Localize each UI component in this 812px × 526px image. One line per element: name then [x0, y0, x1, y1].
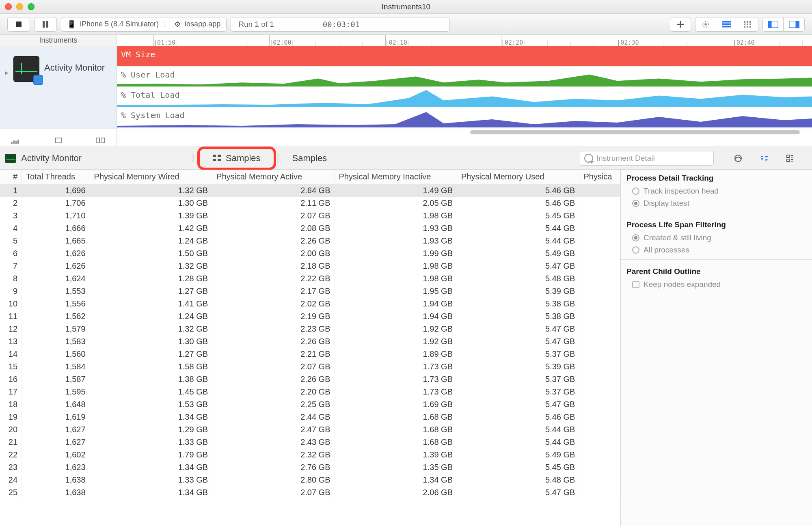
disclosure-triangle-icon[interactable]: ▸	[5, 68, 9, 77]
doc-icon[interactable]	[55, 137, 62, 146]
instrument-header[interactable]: ▸ Activity Monitor	[0, 46, 117, 129]
cell: 5.44 GB	[457, 423, 579, 436]
pause-button[interactable]	[34, 17, 57, 32]
cell: 5.47 GB	[457, 398, 579, 411]
table-row[interactable]: 151,5841.58 GB2.07 GB1.73 GB5.39 GB	[0, 360, 620, 373]
table-row[interactable]: 51,6651.24 GB2.26 GB1.93 GB5.44 GB	[0, 235, 620, 247]
timeline-ruler[interactable]: |01:50|02:00|02:10|02:20|02:30|02:40	[117, 35, 812, 46]
option-label: Display latest	[644, 199, 689, 208]
table-row[interactable]: 31,7101.39 GB2.07 GB1.98 GB5.45 GB	[0, 209, 620, 222]
cell: 1.94 GB	[335, 297, 457, 310]
view-switch-row	[0, 136, 812, 147]
crumb-samples-2[interactable]: Samples	[286, 153, 334, 164]
cell: 1.89 GB	[335, 348, 457, 360]
table-row[interactable]: 91,5531.27 GB2.17 GB1.95 GB5.39 GB	[0, 285, 620, 297]
cell: 5.47 GB	[457, 335, 579, 348]
table-row[interactable]: 191,6191.34 GB2.44 GB1.68 GB5.46 GB	[0, 411, 620, 423]
cell: 1,556	[22, 297, 90, 310]
radio-icon	[632, 246, 639, 254]
table-row[interactable]: 181,6481.53 GB2.25 GB1.69 GB5.47 GB	[0, 398, 620, 411]
crumb-label: Samples	[292, 153, 327, 164]
table-row[interactable]: 81,6241.28 GB2.22 GB1.98 GB5.48 GB	[0, 272, 620, 285]
compare-icon[interactable]	[96, 137, 105, 146]
cell: 1,638	[22, 486, 90, 499]
cell: 17	[0, 386, 22, 398]
table-row[interactable]: 61,6261.50 GB2.00 GB1.99 GB5.49 GB	[0, 247, 620, 260]
table-row[interactable]: 171,5951.45 GB2.20 GB1.73 GB5.37 GB	[0, 386, 620, 398]
instrument-detail-search[interactable]: Instrument Detail	[580, 151, 714, 166]
cell: 5.49 GB	[457, 448, 579, 461]
column-header[interactable]: Physical Memory Used	[457, 170, 579, 184]
table-row[interactable]: 251,6381.34 GB2.07 GB2.06 GB5.47 GB	[0, 486, 620, 499]
left-panel-button[interactable]	[762, 17, 784, 32]
table-row[interactable]: 11,6961.32 GB2.64 GB1.49 GB5.46 GB	[0, 184, 620, 197]
table-row[interactable]: 21,7061.30 GB2.11 GB2.05 GB5.46 GB	[0, 197, 620, 209]
track-system-load[interactable]: % System Load	[117, 107, 812, 127]
table-row[interactable]: 221,6021.79 GB2.32 GB1.39 GB5.49 GB	[0, 448, 620, 461]
table-row[interactable]: 231,6231.34 GB2.76 GB1.35 GB5.45 GB	[0, 461, 620, 474]
ruler-tick: |02:10	[385, 39, 407, 46]
cell: 1.29 GB	[90, 423, 212, 436]
option-track-inspection-head[interactable]: Track inspection head	[621, 185, 812, 197]
cell: 1,624	[22, 272, 90, 285]
stop-button[interactable]	[7, 17, 30, 32]
record-settings-icon[interactable]	[732, 153, 744, 164]
strategy-icon[interactable]	[11, 137, 20, 146]
svg-rect-2	[46, 21, 48, 28]
table-row[interactable]: 121,5791.32 GB2.23 GB1.92 GB5.47 GB	[0, 323, 620, 335]
table-row[interactable]: 141,5601.27 GB2.21 GB1.89 GB5.37 GB	[0, 348, 620, 360]
extended-detail-icon[interactable]	[784, 153, 796, 164]
ruler-label: Instruments	[0, 35, 117, 46]
column-header[interactable]: #	[0, 170, 22, 184]
elapsed-time: 00:03:01	[323, 20, 360, 29]
cell: 1,619	[22, 411, 90, 423]
list-view-button[interactable]	[716, 17, 737, 32]
column-header[interactable]: Physical Memory Active	[212, 170, 335, 184]
display-settings-icon[interactable]	[758, 153, 770, 164]
track-vm-size[interactable]: VM Size	[117, 46, 812, 67]
grid-view-button[interactable]	[737, 17, 758, 32]
table-row[interactable]: 161,5871.38 GB2.26 GB1.73 GB5.37 GB	[0, 373, 620, 386]
device-icon: 📱	[67, 20, 76, 29]
cell: 1.93 GB	[335, 235, 457, 247]
svg-rect-5	[722, 21, 731, 22]
cell: 1.92 GB	[335, 323, 457, 335]
table-row[interactable]: 101,5561.41 GB2.02 GB1.94 GB5.38 GB	[0, 297, 620, 310]
right-panel-button[interactable]	[784, 17, 805, 32]
table-row[interactable]: 131,5831.30 GB2.26 GB1.92 GB5.47 GB	[0, 335, 620, 348]
table-row[interactable]: 111,5621.24 GB2.19 GB1.94 GB5.38 GB	[0, 310, 620, 323]
table-row[interactable]: 211,6271.33 GB2.43 GB1.68 GB5.44 GB	[0, 436, 620, 448]
cell: 1.98 GB	[335, 272, 457, 285]
strategy-view-button[interactable]	[695, 17, 716, 32]
run-status[interactable]: Run 1 of 1 00:03:01	[231, 17, 450, 32]
target-breadcrumb[interactable]: 📱 iPhone 5 (8.4 Simulator) 〉 ⚙︎ iosapp.a…	[61, 17, 227, 32]
cell: 1,583	[22, 335, 90, 348]
cell: 1,602	[22, 448, 90, 461]
add-button[interactable]	[670, 17, 691, 32]
option-keep-expanded[interactable]: Keep nodes expanded	[621, 278, 812, 291]
scrollbar-thumb[interactable]	[470, 130, 800, 134]
option-display-latest[interactable]: Display latest	[621, 197, 812, 209]
cell	[579, 373, 620, 386]
track-user-load[interactable]: % User Load	[117, 67, 812, 87]
table-row[interactable]: 241,6381.33 GB2.80 GB1.34 GB5.48 GB	[0, 474, 620, 486]
cell: 2.05 GB	[335, 197, 457, 209]
column-header[interactable]: Physical Memory Wired	[90, 170, 212, 184]
table-row[interactable]: 201,6271.29 GB2.47 GB1.68 GB5.44 GB	[0, 423, 620, 436]
cell	[579, 474, 620, 486]
section-heading: Process Detail Tracking	[621, 170, 812, 185]
column-header[interactable]: Total Threads	[22, 170, 90, 184]
table-row[interactable]: 71,6261.32 GB2.18 GB1.98 GB5.47 GB	[0, 260, 620, 272]
column-header[interactable]: Physical Memory Inactive	[335, 170, 457, 184]
cell: 2.11 GB	[212, 197, 335, 209]
cell	[579, 184, 620, 197]
option-all-processes[interactable]: All processes	[621, 244, 812, 256]
option-created-living[interactable]: Created & still living	[621, 232, 812, 244]
track-total-load[interactable]: % Total Load	[117, 87, 812, 107]
timeline-ruler-row: Instruments |01:50|02:00|02:10|02:20|02:…	[0, 35, 812, 46]
column-header[interactable]: Physica	[579, 170, 620, 184]
crumb-samples[interactable]: Samples	[206, 153, 267, 164]
table-row[interactable]: 41,6661.42 GB2.08 GB1.93 GB5.44 GB	[0, 222, 620, 235]
tracks: VM Size % User Load % Total Load % Syste…	[117, 46, 812, 129]
samples-table[interactable]: #Total ThreadsPhysical Memory WiredPhysi…	[0, 170, 620, 499]
